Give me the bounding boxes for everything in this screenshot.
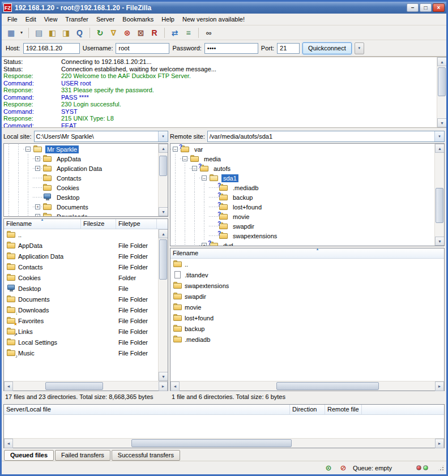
local-path-input[interactable] <box>35 131 158 141</box>
scroll-left-button[interactable]: ◄ <box>4 381 13 391</box>
scrollbar-thumb[interactable] <box>45 382 104 390</box>
directory-comparison-icon[interactable]: ⇄ <box>168 27 181 39</box>
tree-item[interactable]: –Mr Sparkle <box>4 144 158 154</box>
scrollbar-track[interactable] <box>13 439 435 448</box>
file-row[interactable]: ↗LinksFile Folder <box>4 326 158 337</box>
file-row[interactable]: ♪MusicFile Folder <box>4 348 158 358</box>
tree-item[interactable]: ?backup <box>170 192 434 202</box>
refresh-icon[interactable]: ↻ <box>93 27 106 39</box>
toggle-local-tree-icon[interactable]: ◧ <box>46 27 59 39</box>
scrollbar-track[interactable] <box>437 66 446 118</box>
local-horizontal-scrollbar[interactable]: ◄ ► <box>4 381 168 391</box>
scrollbar-track[interactable] <box>13 381 159 391</box>
disconnect-icon[interactable]: ⊠ <box>134 27 147 39</box>
synchronized-browsing-icon[interactable]: ≡ <box>182 27 195 39</box>
scroll-down-button[interactable]: ▼ <box>159 207 168 216</box>
menu-item-view[interactable]: View <box>40 15 62 24</box>
menu-item-transfer[interactable]: Transfer <box>61 15 92 24</box>
toggle-message-log-icon[interactable]: ▤ <box>32 27 45 39</box>
tree-item[interactable]: –?autofs <box>170 164 434 173</box>
scroll-right-button[interactable]: ► <box>435 381 444 391</box>
speed-limit-icon[interactable]: ⊙ <box>323 464 334 473</box>
tree-item[interactable]: +Application Data <box>4 164 158 173</box>
filter-icon[interactable]: ∇ <box>107 27 120 39</box>
tree-item[interactable]: +?dvd <box>170 241 434 246</box>
queue-horizontal-scrollbar[interactable]: ◄ ► <box>4 438 444 448</box>
file-row[interactable]: lost+found <box>170 312 444 323</box>
tree-expander[interactable]: + <box>35 214 40 216</box>
file-row[interactable]: ★FavoritesFile Folder <box>4 315 158 326</box>
remote-horizontal-scrollbar[interactable]: ◄ ► <box>170 381 444 391</box>
tree-expander[interactable]: – <box>202 175 207 181</box>
scroll-up-button[interactable]: ▲ <box>159 229 168 238</box>
filter-icon[interactable]: ⊘ <box>338 464 348 473</box>
file-row[interactable]: CookiesFolder <box>4 272 158 283</box>
tree-item[interactable]: –?var <box>170 144 434 154</box>
remote-tree-vertical-scrollbar[interactable]: ▲ ▼ <box>434 144 444 246</box>
file-row[interactable]: DocumentsFile Folder <box>4 294 158 305</box>
port-input[interactable] <box>277 43 300 54</box>
file-row[interactable]: Local SettingsFile Folder <box>4 337 158 348</box>
reconnect-icon[interactable]: R <box>148 27 161 39</box>
scroll-down-button[interactable]: ▼ <box>437 118 446 127</box>
tab-successful-transfers[interactable]: Successful transfers <box>112 450 180 461</box>
scrollbar-thumb[interactable] <box>438 67 446 97</box>
tree-expander[interactable]: + <box>35 156 40 161</box>
minimize-button[interactable]: – <box>407 3 419 12</box>
scrollbar-thumb[interactable] <box>131 439 292 447</box>
scrollbar-thumb[interactable] <box>276 382 378 390</box>
tree-expander[interactable]: – <box>192 166 197 171</box>
scrollbar-track[interactable] <box>159 238 168 372</box>
menu-item-server[interactable]: Server <box>92 15 118 24</box>
tree-item[interactable]: +Downloads <box>4 212 158 216</box>
file-row[interactable]: .. <box>4 229 158 240</box>
toggle-remote-tree-icon[interactable]: ◨ <box>59 27 72 39</box>
close-button[interactable]: × <box>433 3 445 12</box>
tree-expander[interactable]: + <box>35 166 40 171</box>
scrollbar-track[interactable] <box>180 381 435 391</box>
scroll-up-button[interactable]: ▲ <box>159 144 168 153</box>
local-tree-vertical-scrollbar[interactable]: ▲ ▼ <box>158 144 168 216</box>
find-files-icon[interactable]: ∞ <box>202 27 215 39</box>
tree-expander[interactable]: – <box>25 147 31 152</box>
cancel-icon[interactable]: ⊗ <box>121 27 134 39</box>
tree-item[interactable]: ?swapextensions <box>170 231 434 241</box>
titlebar[interactable]: FZ 192.168.1.20 - root@192.168.1.20 - Fi… <box>2 2 446 14</box>
scrollbar-track[interactable] <box>435 153 444 237</box>
tree-item[interactable]: Cookies <box>4 183 158 192</box>
file-row[interactable]: .mediadb <box>170 334 444 345</box>
tree-expander[interactable]: + <box>202 243 207 246</box>
scroll-down-button[interactable]: ▼ <box>435 237 445 246</box>
file-row[interactable]: .. <box>170 259 444 269</box>
scrollbar-track[interactable] <box>159 153 168 207</box>
site-manager-icon[interactable]: ▦ <box>5 27 18 39</box>
scrollbar-thumb[interactable] <box>159 239 167 280</box>
tree-item[interactable]: ?lost+found <box>170 202 434 212</box>
scroll-left-button[interactable]: ◄ <box>4 439 13 448</box>
file-row[interactable]: backup <box>170 323 444 334</box>
scroll-up-button[interactable]: ▲ <box>437 57 446 66</box>
host-input[interactable] <box>23 43 80 54</box>
tab-queued-files[interactable]: Queued files <box>4 450 54 461</box>
menu-item-bookmarks[interactable]: Bookmarks <box>118 15 157 24</box>
scroll-right-button[interactable]: ► <box>159 381 168 391</box>
tree-item[interactable]: Contacts <box>4 173 158 183</box>
file-row[interactable]: ContactsFile Folder <box>4 261 158 272</box>
log-vertical-scrollbar[interactable]: ▲ ▼ <box>437 57 446 127</box>
tree-item[interactable]: ?movie <box>170 212 434 221</box>
scrollbar-thumb[interactable] <box>436 188 443 223</box>
file-row[interactable]: Application DataFile Folder <box>4 251 158 261</box>
column-header-direction[interactable]: Direction <box>290 405 325 414</box>
tab-failed-transfers[interactable]: Failed transfers <box>55 450 110 461</box>
remote-path-dropdown-icon[interactable]: ▾ <box>434 131 444 141</box>
tree-item[interactable]: ?swapdir <box>170 221 434 231</box>
local-list-vertical-scrollbar[interactable]: ▲ ▼ <box>158 229 168 381</box>
quickconnect-button[interactable]: Quickconnect <box>302 42 352 54</box>
menu-item-help[interactable]: Help <box>157 15 178 24</box>
file-row[interactable]: AppDataFile Folder <box>4 240 158 251</box>
menu-item-new-version-available[interactable]: New version available! <box>178 15 249 24</box>
site-manager-dropdown-icon[interactable]: ▾ <box>18 27 25 39</box>
menu-item-edit[interactable]: Edit <box>22 15 40 24</box>
resize-grip[interactable] <box>437 464 445 471</box>
username-input[interactable] <box>116 43 169 54</box>
